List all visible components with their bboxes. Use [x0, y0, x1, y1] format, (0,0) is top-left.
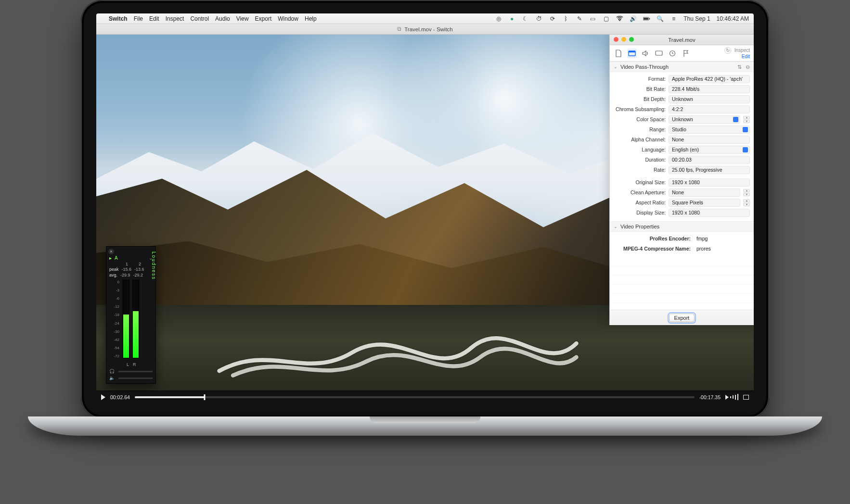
menu-view[interactable]: View	[236, 15, 249, 22]
menu-window[interactable]: Window	[278, 15, 298, 22]
avg-label: avg.	[109, 273, 117, 277]
menu-audio[interactable]: Audio	[215, 15, 230, 22]
status-dot-icon[interactable]: ●	[508, 15, 515, 22]
volume-icon[interactable]: 🔊	[630, 15, 637, 22]
player-title: Travel.mov - Switch	[404, 26, 453, 32]
laptop-frame: Switch File Edit Inspect Control Audio V…	[24, 0, 826, 504]
laptop-lid: Switch File Edit Inspect Control Audio V…	[81, 0, 769, 418]
timeline-playhead[interactable]	[204, 394, 206, 400]
rate-value[interactable]: 25.00 fps, Progressive	[669, 166, 750, 174]
scale-9: -72	[109, 354, 119, 358]
alpha-value[interactable]: None	[669, 136, 750, 144]
chroma-value[interactable]: 4:2:2	[669, 105, 750, 113]
chroma-label: Chroma Subsampling:	[614, 106, 666, 112]
section-video-passthrough[interactable]: ⌄ Video Pass-Through ⇅⊖	[610, 62, 754, 72]
alpha-label: Alpha Channel:	[614, 137, 666, 142]
chevron-down-icon: ⌄	[614, 64, 618, 69]
tab-caption-icon[interactable]	[654, 49, 664, 58]
zoom-window-icon[interactable]	[629, 37, 634, 42]
control-center-icon[interactable]: ≡	[670, 15, 677, 22]
cleanap-stepper[interactable]: ▴▾	[743, 189, 750, 196]
menu-file[interactable]: File	[134, 15, 143, 22]
updown-icon[interactable]: ⇅	[737, 64, 742, 70]
timeline-track[interactable]	[135, 396, 695, 398]
close-window-icon[interactable]	[614, 37, 618, 42]
do-not-disturb-icon[interactable]: ☾	[522, 15, 529, 22]
channel-1: 1	[126, 262, 128, 266]
aspect-value[interactable]: Square Pixels	[669, 199, 740, 207]
inspector-mode[interactable]: ↻ Inspect Edit	[724, 47, 750, 59]
menu-inspect[interactable]: Inspect	[166, 15, 184, 22]
headphones-icon[interactable]: 🎧	[109, 369, 115, 374]
tab-file-icon[interactable]	[614, 49, 623, 58]
volume-control[interactable]	[725, 394, 738, 400]
section-video-properties[interactable]: ⌄ Video Properties	[610, 221, 754, 232]
bitrate-label: Bit Rate:	[614, 86, 666, 92]
export-button[interactable]: Export	[669, 314, 695, 322]
minimize-window-icon[interactable]	[621, 37, 626, 42]
tab-time-icon[interactable]	[668, 49, 677, 58]
tab-video-icon[interactable]	[627, 49, 637, 58]
section2-title: Video Properties	[620, 224, 659, 229]
speaker-icon[interactable]: 🔈	[109, 376, 115, 380]
play-icon[interactable]	[101, 394, 105, 400]
bitrate-value[interactable]: 228.4 Mbit/s	[669, 85, 750, 93]
loudness-panel[interactable]: × ▸ A ⌄ Loudness 1 2 peak -15.6 -13.6	[106, 246, 156, 384]
origsize-value[interactable]: 1920 x 1080	[669, 178, 750, 187]
video-viewport[interactable]: × ▸ A ⌄ Loudness 1 2 peak -15.6 -13.6	[96, 35, 754, 391]
bluetooth-icon[interactable]: ᛒ	[562, 15, 569, 22]
display-icon[interactable]: ▢	[603, 15, 610, 22]
spotlight-icon[interactable]: 🔍	[657, 15, 664, 22]
colorspace-value[interactable]: Unknown	[669, 115, 740, 124]
inspector-panel: Travel.mov ↻ Inspect	[609, 35, 754, 325]
meter-bar-r	[132, 280, 139, 358]
menu-control[interactable]: Control	[190, 15, 209, 22]
inspector-titlebar[interactable]: Travel.mov	[610, 35, 754, 45]
menu-edit[interactable]: Edit	[149, 15, 159, 22]
minus-icon[interactable]: ⊖	[746, 64, 750, 70]
menu-help[interactable]: Help	[305, 15, 317, 22]
mode-action[interactable]: Edit	[742, 54, 750, 59]
speaker-icon	[725, 395, 729, 400]
aspect-stepper[interactable]: ▴▾	[743, 199, 750, 206]
close-icon[interactable]: ×	[108, 249, 114, 254]
wifi-icon[interactable]	[616, 15, 623, 22]
lr-l: L	[127, 362, 129, 367]
tab-flag-icon[interactable]	[681, 49, 691, 58]
menubar-time[interactable]: 10:46:42 AM	[717, 15, 749, 22]
cleanap-value[interactable]: None	[669, 189, 740, 197]
range-value[interactable]: Studio	[669, 126, 750, 134]
menubar-date[interactable]: Thu Sep 1	[683, 15, 710, 22]
inspector-tabs: ↻ Inspect Edit	[610, 45, 754, 62]
battery-icon[interactable]	[643, 15, 650, 22]
chevron-down-icon: ⌄	[614, 224, 618, 229]
duration-label: Duration:	[614, 157, 666, 163]
format-value[interactable]: Apple ProRes 422 (HQ) - 'apch'	[669, 75, 750, 83]
remaining-time: -00:17.35	[699, 394, 721, 400]
peak-1: -15.6	[122, 267, 132, 272]
menu-export[interactable]: Export	[255, 15, 272, 22]
dropper-icon[interactable]: ✎	[576, 15, 583, 22]
creative-cloud-icon[interactable]: ◎	[495, 15, 502, 22]
tab-audio-icon[interactable]	[641, 49, 650, 58]
range-label: Range:	[614, 126, 666, 132]
language-label: Language:	[614, 147, 666, 152]
language-value[interactable]: English (en)	[669, 146, 750, 154]
scale-6: -30	[109, 329, 119, 334]
menubar-app-name[interactable]: Switch	[109, 15, 128, 22]
airplay-icon[interactable]: ▭	[589, 15, 596, 22]
chevron-right-icon[interactable]: ▸	[109, 255, 112, 261]
duration-value[interactable]: 00:20.03	[669, 156, 750, 164]
colorspace-stepper[interactable]: ▴▾	[743, 116, 750, 123]
player-titlebar: ⧉ Travel.mov - Switch	[96, 24, 754, 35]
scale-0: 0	[109, 280, 119, 284]
sync-icon[interactable]: ⟳	[549, 15, 556, 22]
clock-icon[interactable]: ⏱	[535, 15, 542, 22]
traffic-lights[interactable]	[614, 37, 634, 42]
inspector-footer: Export	[610, 310, 754, 325]
fullscreen-icon[interactable]	[743, 395, 749, 400]
cleanap-label: Clean Aperture:	[614, 189, 666, 195]
bitdepth-value[interactable]: Unknown	[669, 95, 750, 103]
dispsize-value[interactable]: 1920 x 1080	[669, 209, 750, 217]
laptop-base	[28, 416, 822, 436]
